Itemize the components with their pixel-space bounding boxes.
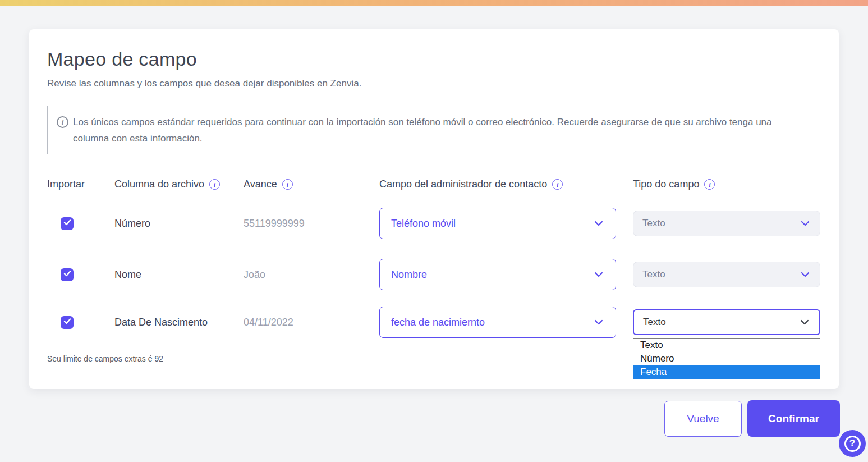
import-checkbox[interactable] bbox=[61, 217, 74, 230]
chevron-down-icon bbox=[800, 218, 811, 229]
header-importar: Importar bbox=[47, 179, 114, 190]
header-tipo-campo: Tipo do campo i bbox=[633, 179, 825, 190]
help-button[interactable]: ? bbox=[839, 430, 866, 457]
field-type-select[interactable]: Texto bbox=[633, 211, 820, 236]
header-avance: Avance i bbox=[244, 179, 379, 190]
mapping-table: Importar Columna do archivo i Avance i C… bbox=[47, 171, 825, 344]
checkmark-icon bbox=[63, 218, 71, 228]
checkmark-icon bbox=[63, 269, 71, 280]
table-header-row: Importar Columna do archivo i Avance i C… bbox=[47, 171, 825, 198]
info-note-text: Los únicos campos estándar requeridos pa… bbox=[73, 114, 802, 147]
info-icon[interactable]: i bbox=[209, 179, 220, 190]
import-checkbox[interactable] bbox=[61, 316, 74, 329]
column-name: Data De Nascimento bbox=[114, 317, 244, 328]
header-campo-administrador: Campo del administrador de contacto i bbox=[379, 179, 633, 190]
field-type-select-open[interactable]: Texto bbox=[633, 309, 820, 335]
info-note: i Los únicos campos estándar requeridos … bbox=[47, 106, 825, 154]
option-texto[interactable]: Texto bbox=[633, 339, 820, 352]
column-name: Nome bbox=[114, 269, 244, 281]
table-row: Data De Nascimento 04/11/2022 fecha de n… bbox=[47, 300, 825, 344]
info-icon: i bbox=[57, 116, 68, 128]
chevron-down-icon bbox=[593, 317, 604, 328]
chevron-down-icon bbox=[593, 269, 604, 280]
contact-field-select[interactable]: fecha de nacimiernto bbox=[379, 307, 616, 338]
preview-value: João bbox=[244, 269, 379, 281]
action-buttons: Vuelve Confirmar bbox=[664, 400, 840, 437]
table-row: Nome João Nombre Texto bbox=[47, 249, 825, 300]
contact-field-select[interactable]: Nombre bbox=[379, 259, 616, 290]
type-options-dropdown: Texto Número Fecha bbox=[633, 338, 820, 379]
preview-value: 04/11/2022 bbox=[244, 317, 379, 328]
header-columna-archivo: Columna do archivo i bbox=[114, 179, 244, 190]
import-checkbox[interactable] bbox=[61, 268, 74, 281]
question-mark-icon: ? bbox=[844, 436, 861, 452]
page-subtitle: Revise las columnas y los campos que des… bbox=[47, 78, 825, 89]
table-row: Número 55119999999 Teléfono móvil Texto bbox=[47, 198, 825, 249]
chevron-down-icon bbox=[800, 269, 811, 280]
back-button[interactable]: Vuelve bbox=[664, 401, 742, 437]
confirm-button[interactable]: Confirmar bbox=[747, 400, 840, 437]
option-numero[interactable]: Número bbox=[633, 352, 820, 365]
info-icon[interactable]: i bbox=[704, 179, 715, 190]
field-type-select[interactable]: Texto bbox=[633, 262, 820, 287]
chevron-down-icon bbox=[593, 218, 604, 229]
top-accent-bar bbox=[0, 0, 868, 6]
field-mapping-card: Mapeo de campo Revise las columnas y los… bbox=[29, 29, 839, 389]
option-fecha[interactable]: Fecha bbox=[633, 365, 820, 379]
preview-value: 55119999999 bbox=[244, 218, 379, 230]
chevron-down-icon bbox=[799, 317, 810, 328]
checkmark-icon bbox=[63, 317, 71, 327]
column-name: Número bbox=[114, 218, 244, 230]
page-title: Mapeo de campo bbox=[47, 48, 825, 70]
info-icon[interactable]: i bbox=[552, 179, 563, 190]
info-icon[interactable]: i bbox=[282, 179, 293, 190]
contact-field-select[interactable]: Teléfono móvil bbox=[379, 208, 616, 239]
